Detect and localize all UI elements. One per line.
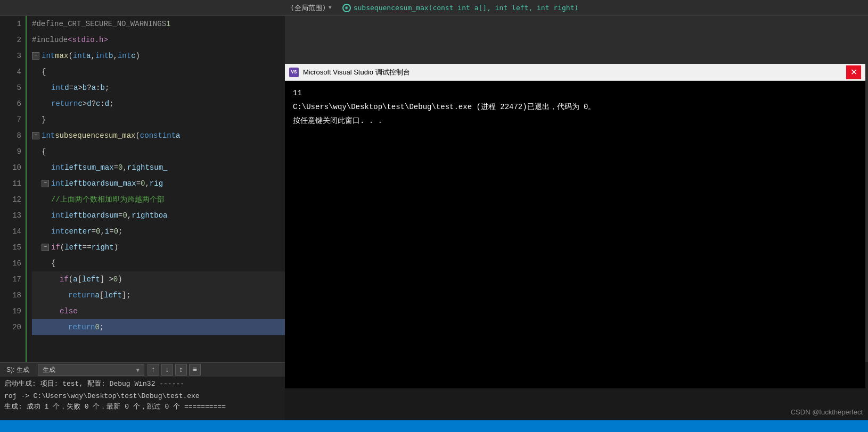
toolbar-btn-1[interactable]: ↑ (148, 364, 159, 376)
line-num-9: 9 (0, 144, 21, 160)
line-num-7: 7 (0, 112, 21, 128)
debug-output-line-3: 按任意键关闭此窗口. . . (293, 114, 857, 128)
code-line-14: int center = 0, i = 0; (32, 223, 285, 239)
code-line-9: { (32, 144, 285, 160)
line-num-5: 5 (0, 80, 21, 96)
collapse-btn-3[interactable]: − (32, 52, 39, 60)
line-num-2: 2 (0, 32, 21, 48)
toolbar-btn-4[interactable]: ≡ (189, 364, 201, 376)
code-line-17: if (a[left] > 0) (32, 271, 285, 287)
debug-close-button[interactable]: ✕ (846, 65, 861, 79)
debug-output: 11 C:\Users\wqy\Desktop\test\Debug\test.… (285, 81, 865, 388)
debug-title-text: Microsoft Visual Studio 调试控制台 (303, 68, 844, 77)
code-line-10: int leftsum_max = 0, rightsum_ (32, 160, 285, 176)
code-line-16: { (32, 255, 285, 271)
code-line-8: − int subsequencesum_max(const int a (32, 128, 285, 144)
line-num-20: 20 (0, 319, 21, 335)
output-line-3: roj -> C:\Users\wqy\Desktop\test\Debug\t… (4, 391, 281, 402)
code-line-4: { (32, 64, 285, 80)
toolbar-btn-3[interactable]: ↕ (175, 364, 187, 376)
right-top-bar: (全局范围) ▼ ◉ subsequencesum_max(const int … (285, 3, 868, 13)
line-num-13: 13 (0, 207, 21, 223)
scope-dropdown[interactable]: (全局范围) ▼ (290, 3, 332, 13)
code-line-2: #include<stdio.h> (32, 32, 285, 48)
collapse-btn-11[interactable]: − (42, 180, 49, 187)
collapse-btn-8[interactable]: − (32, 132, 39, 139)
code-line-3: − int max(int a, int b, int c) (32, 48, 285, 64)
output-line-1: 启动生成: 项目: test, 配置: Debug Win32 ------ (4, 379, 281, 389)
output-tabs: S): S): 生成生成 生成 ▼ ↑ ↓ ↕ ≡ (0, 363, 285, 377)
output-label: S): S): 生成生成 (0, 363, 36, 377)
output-line-4: 生成: 成功 1 个，失败 0 个，最新 0 个，跳过 0 个 ========… (4, 402, 281, 412)
code-line-6: return c > d ? c : d; (32, 96, 285, 112)
line-num-1: 1 (0, 16, 21, 32)
line-num-16: 16 (0, 255, 21, 271)
code-line-20: return 0; (32, 319, 285, 335)
code-line-1: #define _CRT_SECURE_NO_WARNINGS 1 (32, 16, 285, 32)
code-line-11: − int leftboardsum_max = 0, rig (32, 176, 285, 192)
code-line-18: return a[left]; (32, 287, 285, 303)
dropdown-arrow-icon: ▼ (136, 367, 140, 373)
output-content: 启动生成: 项目: test, 配置: Debug Win32 ------ r… (0, 377, 285, 420)
line-num-14: 14 (0, 223, 21, 239)
line-numbers: 1 2 3 4 5 6 7 8 9 10 11 12 13 14 15 16 1… (0, 16, 27, 362)
line-num-19: 19 (0, 303, 21, 319)
collapse-btn-15[interactable]: − (42, 244, 49, 251)
toolbar-btn-2[interactable]: ↓ (161, 364, 173, 376)
code-content[interactable]: #define _CRT_SECURE_NO_WARNINGS 1 #inclu… (27, 16, 285, 362)
line-num-18: 18 (0, 287, 21, 303)
func-icon: ◉ (342, 4, 351, 12)
build-dropdown[interactable]: 生成 ▼ (38, 364, 144, 376)
status-bar (0, 420, 868, 432)
code-editor[interactable]: 1 2 3 4 5 6 7 8 9 10 11 12 13 14 15 16 1… (0, 16, 285, 362)
line-num-12: 12 (0, 192, 21, 207)
line-num-17: 17 (0, 271, 21, 287)
code-line-19: else (32, 303, 285, 319)
code-line-15: − if (left == right) (32, 239, 285, 255)
scope-arrow-icon: ▼ (329, 5, 332, 11)
debug-output-line-2: C:\Users\wqy\Desktop\test\Debug\test.exe… (293, 100, 857, 114)
code-line-7: } (32, 112, 285, 128)
code-line-12: //上面两个数相加即为跨越两个部 (32, 192, 285, 207)
watermark: CSDN @fucktheperfect (791, 408, 863, 416)
debug-console: VS Microsoft Visual Studio 调试控制台 ✕ 11 C:… (285, 64, 865, 388)
line-num-3: 3 (0, 48, 21, 64)
line-num-15: 15 (0, 239, 21, 255)
code-line-13: int leftboardsum = 0, rightboa (32, 207, 285, 223)
debug-title-bar: VS Microsoft Visual Studio 调试控制台 ✕ (285, 64, 865, 81)
line-num-6: 6 (0, 96, 21, 112)
code-line-5: int d = a > b ? a : b; (32, 80, 285, 96)
output-panel: S): S): 生成生成 生成 ▼ ↑ ↓ ↕ ≡ 启动生成: 项目: test… (0, 362, 285, 420)
debug-icon: VS (289, 68, 299, 77)
line-num-4: 4 (0, 64, 21, 80)
line-num-8: 8 (0, 128, 21, 144)
func-dropdown[interactable]: ◉ subsequencesum_max(const int a[], int … (342, 4, 579, 12)
line-num-11: 11 (0, 176, 21, 192)
line-num-10: 10 (0, 160, 21, 176)
debug-output-line-1: 11 (293, 86, 857, 100)
